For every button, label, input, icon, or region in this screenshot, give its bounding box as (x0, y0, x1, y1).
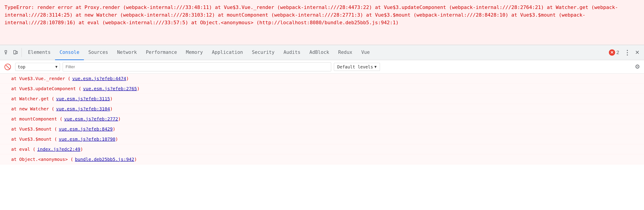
svg-rect-0 (5, 50, 7, 52)
at-text: at Vue$3.$mount ( (11, 125, 57, 133)
close-icon: ✕ (635, 49, 640, 56)
at-text: at mountComponent ( (11, 115, 62, 123)
console-line-7: at eval (index.js?edc2:49) (0, 144, 644, 154)
console-line-0: at Vue$3.Vue._render (vue.esm.js?efeb:44… (0, 74, 644, 84)
error-text: TypeError: render error at Proxy.render … (4, 5, 618, 25)
at-text: at Object.<anonymous> ( (11, 156, 73, 163)
console-line-2: at Watcher.get (vue.esm.js?efeb:3115) (0, 94, 644, 104)
at-text: at Watcher.get ( (11, 95, 54, 102)
toolbar-right: ✕ 2 ⋮ ✕ (607, 47, 641, 58)
at-text: at new Watcher ( (11, 105, 54, 113)
stack-link-2[interactable]: vue.esm.js?efeb:3115 (56, 95, 110, 102)
stack-link-7[interactable]: index.js?edc2:49 (37, 146, 80, 153)
error-count: 2 (616, 50, 619, 55)
more-options-icon: ⋮ (624, 49, 630, 56)
svg-rect-4 (16, 51, 18, 54)
context-selector[interactable]: top ▼ (15, 63, 60, 71)
at-text: at Vue$3.Vue._render ( (11, 75, 70, 82)
stack-link-6[interactable]: vue.esm.js?efeb:10790 (59, 136, 116, 143)
more-options-button[interactable]: ⋮ (622, 47, 632, 58)
tab-audits[interactable]: Audits (279, 45, 305, 60)
stack-link-8[interactable]: bundle.deb25bb5.js:942 (75, 156, 134, 163)
console-line-1: at Vue$3.updateComponent (vue.esm.js?efe… (0, 84, 644, 94)
tab-elements[interactable]: Elements (24, 45, 55, 60)
stack-link-5[interactable]: vue.esm.js?efeb:8429 (59, 125, 113, 133)
error-badge-button[interactable]: ✕ 2 (607, 48, 622, 57)
console-line-6: at Vue$3.$mount (vue.esm.js?efeb:10790) (0, 134, 644, 144)
error-circle-icon: ✕ (609, 49, 615, 56)
inspect-element-button[interactable] (3, 48, 11, 57)
devtools-toolbar: Elements Console Sources Network Perform… (0, 45, 644, 60)
tab-security[interactable]: Security (248, 45, 279, 60)
console-line-3: at new Watcher (vue.esm.js?efeb:3104) (0, 104, 644, 114)
close-devtools-button[interactable]: ✕ (633, 48, 641, 57)
tab-console[interactable]: Console (55, 45, 84, 60)
device-toolbar-button[interactable] (11, 48, 20, 57)
tab-adblock[interactable]: AdBlock (305, 45, 334, 60)
error-banner: TypeError: render error at Proxy.render … (0, 0, 644, 45)
clear-console-button[interactable]: 🚫 (3, 63, 12, 71)
tab-network[interactable]: Network (112, 45, 142, 60)
console-line-5: at Vue$3.$mount (vue.esm.js?efeb:8429) (0, 124, 644, 134)
context-value: top (18, 64, 25, 69)
filter-input[interactable] (63, 62, 331, 71)
tab-vue[interactable]: Vue (357, 45, 374, 60)
tab-performance[interactable]: Performance (142, 45, 182, 60)
stack-link-0[interactable]: vue.esm.js?efeb:4474 (72, 75, 126, 82)
context-dropdown-icon: ▼ (55, 65, 58, 69)
console-controls: 🚫 top ▼ Default levels ▼ ⚙ (0, 60, 644, 74)
stack-link-4[interactable]: vue.esm.js?efeb:2772 (64, 115, 118, 123)
console-output-wrapper: at Vue$3.Vue._render (vue.esm.js?efeb:44… (0, 74, 644, 210)
levels-selector[interactable]: Default levels ▼ (334, 63, 380, 71)
console-line-4: at mountComponent (vue.esm.js?efeb:2772) (0, 114, 644, 124)
console-settings-button[interactable]: ⚙ (634, 62, 641, 72)
toolbar-divider (22, 48, 22, 57)
tab-redux[interactable]: Redux (334, 45, 357, 60)
tab-application[interactable]: Application (208, 45, 248, 60)
tab-sources[interactable]: Sources (84, 45, 113, 60)
tab-list: Elements Console Sources Network Perform… (24, 45, 607, 60)
stack-link-3[interactable]: vue.esm.js?efeb:3104 (56, 105, 110, 113)
at-text: at Vue$3.$mount ( (11, 136, 57, 143)
console-output: at Vue$3.Vue._render (vue.esm.js?efeb:44… (0, 74, 644, 164)
at-text: at eval ( (11, 146, 35, 153)
stack-link-1[interactable]: vue.esm.js?efeb:2765 (83, 85, 137, 92)
console-line-8: at Object.<anonymous> (bundle.deb25bb5.j… (0, 154, 644, 164)
tab-memory[interactable]: Memory (182, 45, 208, 60)
levels-dropdown-icon: ▼ (374, 65, 376, 69)
at-text: at Vue$3.updateComponent ( (11, 85, 81, 92)
levels-label: Default levels (337, 64, 373, 69)
